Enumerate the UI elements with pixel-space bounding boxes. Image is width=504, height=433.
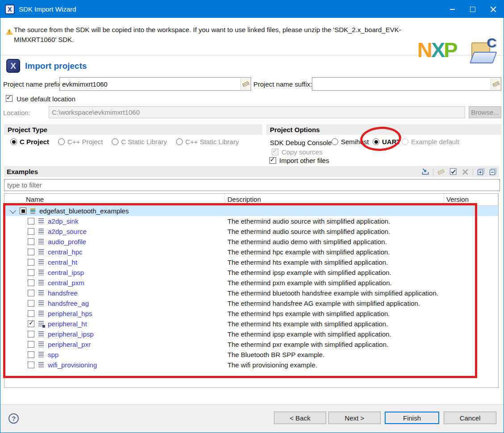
banner: The source from the SDK will be copied i… xyxy=(0,18,504,55)
group-name: edgefast_bluetooth_examples xyxy=(39,207,129,215)
close-button[interactable] xyxy=(483,0,504,18)
collapse-all-button[interactable] xyxy=(488,167,497,176)
table-row[interactable]: peripheral_pxr The ethermind pxr example… xyxy=(4,339,498,350)
example-description: The Bluetooth BR SPP example. xyxy=(227,351,324,358)
example-checkbox[interactable] xyxy=(28,310,34,317)
group-row[interactable]: edgefast_bluetooth_examples xyxy=(4,206,498,216)
radio-c-static-library[interactable]: C Static Library xyxy=(112,138,167,146)
examples-section-header: Examples xyxy=(4,166,499,177)
table-row[interactable]: central_ht The ethermind hts example wit… xyxy=(4,257,498,267)
select-all-button[interactable] xyxy=(449,167,458,176)
column-header-version[interactable]: Version xyxy=(446,196,469,203)
example-name-link[interactable]: spp xyxy=(48,351,59,358)
use-default-location-checkbox[interactable] xyxy=(6,95,13,102)
suffix-input[interactable] xyxy=(312,77,501,91)
import-other-files-checkbox[interactable] xyxy=(269,157,276,164)
example-name-link[interactable]: handsfree xyxy=(48,289,78,297)
prefix-label: Project name prefix: xyxy=(3,80,63,88)
example-file-icon xyxy=(38,362,44,368)
expand-all-icon xyxy=(477,168,485,175)
example-checkbox[interactable] xyxy=(28,362,34,368)
example-name-link[interactable]: central_hpc xyxy=(48,248,83,256)
table-row[interactable]: handsfree_ag The ethermind handsfree AG … xyxy=(4,298,498,308)
table-row[interactable]: central_hpc The ethermind hpc example wi… xyxy=(4,247,498,257)
suffix-clear-button[interactable] xyxy=(491,78,501,90)
example-checkbox[interactable] xyxy=(28,238,34,245)
table-row[interactable]: a2dp_sink The ethermind audio source wit… xyxy=(4,216,498,226)
maximize-button[interactable] xyxy=(462,0,483,18)
example-checkbox[interactable] xyxy=(28,249,34,255)
example-name-link[interactable]: central_ht xyxy=(48,258,77,266)
example-file-icon xyxy=(38,239,44,245)
table-row[interactable]: peripheral_ht The ethermind hts example … xyxy=(4,319,498,329)
example-checkbox[interactable] xyxy=(28,341,34,348)
example-name-link[interactable]: peripheral_ht xyxy=(48,320,87,328)
radio-example-default: Example default xyxy=(402,138,459,146)
prefix-clear-button[interactable] xyxy=(240,78,251,90)
example-checkbox[interactable] xyxy=(28,218,34,225)
example-name-link[interactable]: wifi_provisioning xyxy=(48,361,97,369)
example-name-link[interactable]: handsfree_ag xyxy=(48,300,89,307)
example-checkbox[interactable] xyxy=(28,321,34,327)
table-row[interactable]: central_pxm The ethermind pxm example wi… xyxy=(4,278,498,288)
next-button[interactable]: Next > xyxy=(328,412,381,424)
radio-c-project[interactable]: C Project xyxy=(10,138,49,146)
column-header-description[interactable]: Description xyxy=(227,196,261,203)
footer: ? < Back Next > Finish Cancel xyxy=(0,404,504,433)
table-row[interactable]: handsfree The ethermind bluetooth handsf… xyxy=(4,288,498,298)
example-name-link[interactable]: peripheral_ipsp xyxy=(48,330,94,338)
table-row[interactable]: a2dp_source The ethermind audio source w… xyxy=(4,226,498,237)
import-sdk-examples-button[interactable] xyxy=(421,167,430,176)
example-name-link[interactable]: central_pxm xyxy=(48,279,84,287)
example-description: The ethermind hps example with simplifie… xyxy=(227,310,390,317)
example-name-link[interactable]: peripheral_pxr xyxy=(48,341,91,348)
example-name-link[interactable]: a2dp_sink xyxy=(48,217,78,225)
table-row[interactable]: peripheral_hps The ethermind hps example… xyxy=(4,308,498,319)
radio-cpp-project[interactable]: C++ Project xyxy=(58,138,103,146)
example-description: The ethermind pxm example with simplifie… xyxy=(227,279,392,287)
example-name-link[interactable]: audio_profile xyxy=(48,238,86,246)
radio-cpp-static-library[interactable]: C++ Static Library xyxy=(176,138,239,146)
prefix-input[interactable] xyxy=(59,77,251,91)
examples-filter-input[interactable] xyxy=(4,179,500,191)
radio-semihost[interactable]: Semihost xyxy=(332,138,369,146)
example-checkbox[interactable] xyxy=(28,331,34,337)
example-file-icon xyxy=(38,280,44,286)
chevron-down-icon[interactable] xyxy=(10,207,16,213)
example-checkbox[interactable] xyxy=(28,279,34,286)
help-button[interactable]: ? xyxy=(8,413,19,424)
example-checkbox[interactable] xyxy=(28,351,34,358)
example-name-link[interactable]: a2dp_source xyxy=(48,228,87,235)
table-header: Name Description Version xyxy=(4,194,498,206)
table-row[interactable]: audio_profile The ethermind audio demo w… xyxy=(4,237,498,247)
column-header-name[interactable]: Name xyxy=(26,196,44,203)
example-checkbox[interactable] xyxy=(28,290,34,296)
example-checkbox[interactable] xyxy=(28,259,34,266)
table-row[interactable]: central_ipsp The ethermind ipsp example … xyxy=(4,267,498,278)
minimize-button[interactable] xyxy=(442,0,462,18)
project-options-group: Project Options SDK Debug Console Semiho… xyxy=(266,124,502,165)
table-row[interactable]: spp The Bluetooth BR SPP example. xyxy=(4,350,498,360)
example-file-icon xyxy=(38,331,44,337)
example-checkbox[interactable] xyxy=(28,300,34,307)
table-row[interactable]: peripheral_ipsp The ethermind ipsp examp… xyxy=(4,329,498,339)
copy-sources-checkbox xyxy=(272,149,278,155)
example-file-icon xyxy=(38,311,44,316)
group-tristate-checkbox[interactable] xyxy=(20,208,26,214)
example-name-link[interactable]: central_ipsp xyxy=(48,269,84,276)
example-description: The wifi provisioning example. xyxy=(227,361,317,369)
example-file-icon xyxy=(38,249,44,255)
project-type-options: C Project C++ Project C Static Library C… xyxy=(10,138,239,146)
finish-button[interactable]: Finish xyxy=(385,412,439,424)
cancel-button[interactable]: Cancel xyxy=(444,412,496,424)
expand-all-button[interactable] xyxy=(476,167,485,176)
example-description: The ethermind hpc example with simplifie… xyxy=(227,248,390,256)
example-name-link[interactable]: peripheral_hps xyxy=(48,310,92,317)
radio-uart[interactable]: UART xyxy=(373,138,401,146)
example-checkbox[interactable] xyxy=(28,228,34,235)
wizard-header: X Import projects xyxy=(6,59,87,73)
import-other-files-option[interactable]: Import other files xyxy=(269,157,329,164)
example-checkbox[interactable] xyxy=(28,269,34,276)
table-row[interactable]: wifi_provisioning The wifi provisioning … xyxy=(4,360,498,370)
back-button[interactable]: < Back xyxy=(274,412,326,424)
